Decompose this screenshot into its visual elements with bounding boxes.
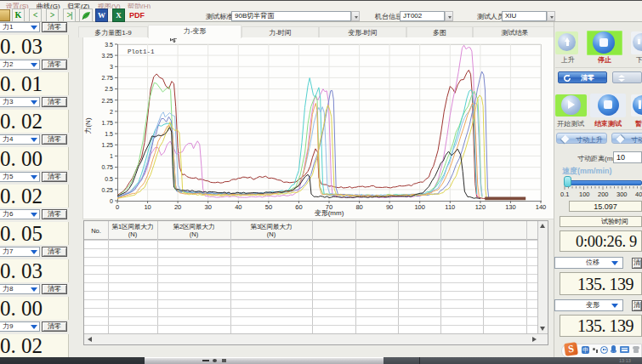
svg-text:50: 50 [265, 203, 272, 211]
svg-text:80: 80 [355, 203, 362, 211]
svg-text:1.5: 1.5 [105, 131, 113, 137]
svg-text:90: 90 [386, 203, 393, 211]
svg-text:120: 120 [475, 203, 486, 211]
svg-text:140: 140 [536, 203, 547, 211]
svg-text:3: 3 [110, 64, 113, 70]
svg-text:20: 20 [174, 203, 181, 211]
svg-text:1: 1 [110, 153, 113, 159]
svg-text:力(N): 力(N) [84, 117, 92, 134]
svg-text:30: 30 [205, 203, 212, 211]
svg-text:Plot1-1: Plot1-1 [128, 48, 155, 55]
svg-text:变形(mm): 变形(mm) [315, 209, 344, 217]
svg-text:0.25: 0.25 [101, 187, 113, 193]
svg-text:110: 110 [445, 203, 455, 211]
svg-text:0: 0 [110, 198, 113, 204]
svg-text:0.75: 0.75 [101, 164, 113, 170]
svg-text:2.75: 2.75 [101, 75, 113, 81]
svg-text:1.25: 1.25 [101, 142, 113, 148]
svg-text:100: 100 [414, 203, 425, 211]
svg-text:1.75: 1.75 [101, 120, 113, 126]
svg-text:2: 2 [110, 109, 113, 115]
svg-text:60: 60 [295, 203, 302, 211]
svg-text:3.5: 3.5 [105, 42, 113, 48]
svg-text:2.25: 2.25 [101, 98, 113, 104]
svg-text:40: 40 [235, 203, 241, 211]
svg-text:130: 130 [505, 203, 516, 211]
svg-text:10: 10 [144, 203, 151, 211]
svg-text:2.5: 2.5 [105, 86, 113, 92]
svg-text:0: 0 [116, 203, 119, 211]
svg-text:0.5: 0.5 [105, 176, 113, 182]
svg-text:3.25: 3.25 [101, 53, 113, 59]
